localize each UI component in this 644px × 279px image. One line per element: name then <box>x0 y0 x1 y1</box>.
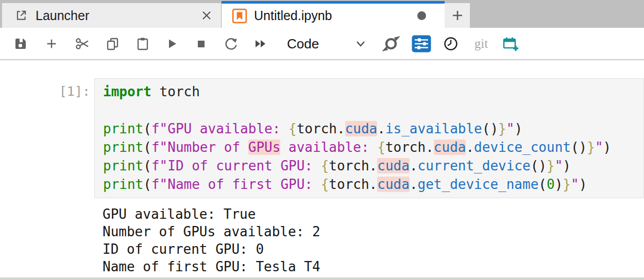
code-token: " <box>595 140 603 155</box>
close-tab-icon[interactable] <box>200 9 213 22</box>
create-schedule-button[interactable] <box>500 32 521 55</box>
code-token: torch. <box>329 177 377 192</box>
output-line: GPU available: True <box>103 205 639 223</box>
code-token: ) <box>555 177 563 192</box>
code-token: . <box>410 158 418 173</box>
code-token: " <box>571 177 579 192</box>
cell-type-label: Code <box>280 36 319 52</box>
code-token: get_device_name <box>418 177 539 192</box>
plus-icon <box>450 8 465 23</box>
save-icon <box>13 37 28 51</box>
code-token: ( <box>143 140 151 155</box>
code-token: import <box>103 84 151 99</box>
interrupt-kernel-button[interactable] <box>191 32 211 55</box>
code-token: cuda <box>345 121 378 136</box>
code-formatter-button[interactable] <box>381 32 402 55</box>
git-toolbar-label[interactable]: git <box>469 33 494 55</box>
code-token: ( <box>538 177 547 192</box>
save-button[interactable] <box>10 32 31 55</box>
code-token: ) <box>603 140 612 155</box>
tab-bar: Launcher Untitled.ipynb <box>0 0 644 28</box>
code-lines: import torchprint(f"GPU available: {torc… <box>103 82 643 194</box>
tab-notebook[interactable]: Untitled.ipynb <box>222 1 445 28</box>
fast-forward-icon <box>253 37 268 51</box>
code-token: torch. <box>385 140 434 155</box>
calendar-plus-icon <box>502 36 519 52</box>
tab-launcher[interactable]: Launcher <box>2 3 222 28</box>
code-token: cuda <box>377 177 410 192</box>
copy-icon <box>106 37 120 51</box>
restart-run-all-button[interactable] <box>250 32 271 55</box>
code-token: " <box>555 158 563 173</box>
code-line: print(f"ID of current GPU: {torch.cuda.c… <box>103 156 643 175</box>
output-line: Number of GPUs available: 2 <box>103 223 639 240</box>
external-link-icon <box>14 9 28 22</box>
cut-cells-button[interactable] <box>72 32 93 55</box>
restart-icon <box>224 37 238 51</box>
settings-sliders-icon <box>412 35 431 53</box>
output-line: ID of current GPU: 0 <box>103 240 639 258</box>
code-token: () <box>571 140 587 155</box>
code-line: print(f"Number of GPUs available: {torch… <box>103 138 643 156</box>
code-token: torch. <box>329 158 377 173</box>
formatter-swoosh-icon <box>382 36 401 52</box>
cut-icon <box>75 37 90 51</box>
code-token: f"Number of <box>151 140 248 155</box>
code-token: . <box>377 121 385 136</box>
notebook-toolbar: Code <box>0 28 644 60</box>
code-token: print <box>103 177 143 192</box>
output-line: Name of first GPU: Tesla T4 <box>103 258 639 275</box>
code-token: print <box>103 158 143 173</box>
code-token: ( <box>143 177 151 192</box>
cell-type-dropdown[interactable]: Code <box>280 33 370 55</box>
code-token: } <box>498 121 506 136</box>
code-line: print(f"GPU available: {torch.cuda.is_av… <box>103 119 643 138</box>
chevron-down-icon <box>354 39 367 48</box>
run-cell-button[interactable] <box>161 32 182 55</box>
code-line: import torch <box>103 82 643 101</box>
code-line: print(f"Name of first GPU: {torch.cuda.g… <box>103 175 643 194</box>
code-token: ( <box>143 121 151 136</box>
new-tab-button[interactable] <box>445 3 470 28</box>
code-token: { <box>377 140 385 155</box>
code-token: () <box>482 121 498 136</box>
code-token: cuda <box>434 140 466 155</box>
tab-notebook-label: Untitled.ipynb <box>254 8 332 23</box>
cell-output-area: GPU available: TrueNumber of GPUs availa… <box>103 205 639 275</box>
notebook-panel: [1]: import torchprint(f"GPU available: … <box>0 60 644 279</box>
insert-cell-button[interactable] <box>41 32 62 55</box>
code-token: . <box>466 140 474 155</box>
code-token: " <box>506 121 515 136</box>
run-icon <box>164 37 179 51</box>
code-token: 0 <box>547 177 555 192</box>
notebook-icon <box>232 8 247 24</box>
code-token: print <box>103 121 143 136</box>
code-token: } <box>547 158 555 173</box>
paste-cells-button[interactable] <box>132 32 153 55</box>
jupyterlab-window: Launcher Untitled.ipynb <box>0 0 644 279</box>
code-token: torch. <box>297 121 345 136</box>
code-token: device_count <box>474 140 571 155</box>
copy-cells-button[interactable] <box>103 32 123 55</box>
code-token: { <box>321 177 329 192</box>
code-token: current_device <box>418 158 531 173</box>
execution-count-prompt: [1]: <box>36 82 90 101</box>
stop-icon <box>194 37 208 51</box>
unsaved-indicator[interactable] <box>417 11 426 20</box>
settings-sliders-button[interactable] <box>410 32 433 55</box>
code-token: ) <box>563 158 571 173</box>
code-token: print <box>103 140 143 155</box>
code-token: cuda <box>377 158 410 173</box>
code-cell-editor[interactable]: import torchprint(f"GPU available: {torc… <box>94 78 644 198</box>
execution-history-button[interactable] <box>440 32 461 55</box>
restart-kernel-button[interactable] <box>221 32 241 55</box>
code-token: f"GPU available: <box>151 121 289 136</box>
code-token: } <box>587 140 595 155</box>
code-token: } <box>563 177 571 192</box>
code-token: { <box>321 158 329 173</box>
code-token: . <box>410 177 418 192</box>
code-token: is_available <box>385 121 482 136</box>
paste-icon <box>135 37 150 51</box>
history-clock-icon <box>443 36 459 51</box>
tab-bar-spacer <box>470 0 644 28</box>
